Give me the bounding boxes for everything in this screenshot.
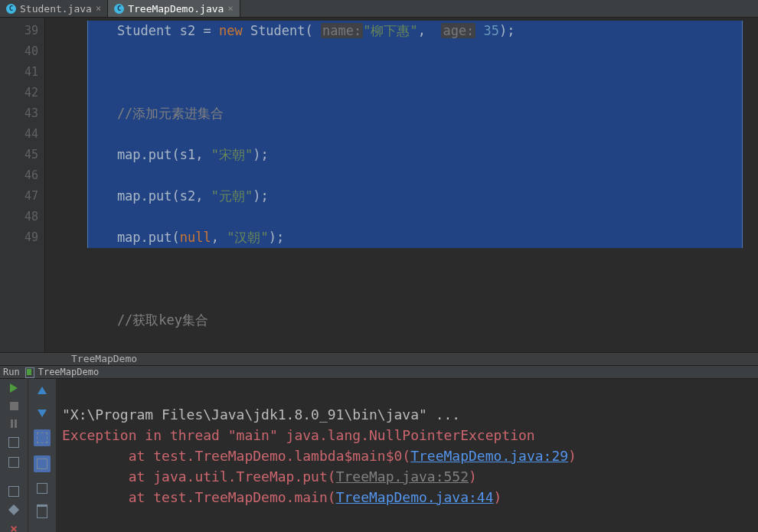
- scroll-to-end-button[interactable]: [34, 455, 51, 472]
- stack-line: at test.TreeMapDemo.lambda$main$0(: [62, 448, 410, 464]
- code-area[interactable]: Student s2 = new Student( name:"柳下惠", ag…: [45, 18, 758, 352]
- line-number[interactable]: 42: [0, 83, 38, 103]
- clear-all-button[interactable]: [35, 504, 49, 518]
- code-text: Student s2 =: [54, 23, 219, 38]
- tab-label: Student.java: [20, 3, 92, 15]
- java-class-icon: C: [114, 4, 124, 14]
- line-number[interactable]: 39: [0, 21, 38, 41]
- stack-line: at test.TreeMapDemo.main(: [62, 489, 336, 505]
- exception-line: Exception in thread "main" java.lang.Nul…: [62, 427, 535, 443]
- editor-tabs: CStudent.java×CTreeMapDemo.java×: [0, 0, 758, 18]
- line-number[interactable]: 45: [0, 145, 38, 165]
- keyword-null: null: [180, 230, 211, 245]
- line-number[interactable]: 49: [0, 227, 38, 248]
- stack-line: at java.util.TreeMap.put(: [62, 468, 336, 485]
- param-hint: age:: [441, 23, 475, 38]
- comment: //获取key集合: [54, 312, 208, 328]
- close-button[interactable]: ×: [7, 523, 21, 532]
- close-tab-icon[interactable]: ×: [96, 4, 101, 13]
- up-stack-button[interactable]: [35, 383, 49, 397]
- down-stack-button[interactable]: [35, 406, 49, 420]
- line-number[interactable]: 40: [0, 41, 38, 62]
- source-link[interactable]: TreeMapDemo.java:44: [336, 489, 494, 505]
- source-link[interactable]: TreeMapDemo.java:29: [410, 448, 568, 464]
- stop-button[interactable]: [7, 402, 21, 410]
- print-button[interactable]: [35, 481, 49, 495]
- line-number[interactable]: 41: [0, 62, 38, 83]
- ide-root: CStudent.java×CTreeMapDemo.java× 3940414…: [0, 0, 758, 532]
- line-number[interactable]: 44: [0, 124, 38, 145]
- line-number[interactable]: 46: [0, 165, 38, 186]
- source-link[interactable]: TreeMap.java:552: [336, 468, 469, 485]
- editor-tab[interactable]: CTreeMapDemo.java×: [108, 0, 240, 17]
- param-hint: name:: [321, 23, 363, 38]
- run-toolbar-right: [28, 379, 56, 532]
- console-cmd: "X:\Program Files\Java\jdk1.8.0_91\bin\j…: [62, 406, 460, 423]
- rerun-button[interactable]: [7, 383, 21, 393]
- java-class-icon: C: [6, 4, 16, 14]
- breadcrumb[interactable]: TreeMapDemo: [0, 352, 758, 366]
- close-tab-icon[interactable]: ×: [227, 4, 233, 13]
- breadcrumb-item[interactable]: TreeMapDemo: [71, 353, 137, 364]
- run-label: Run: [3, 367, 20, 377]
- line-number[interactable]: 47: [0, 186, 38, 207]
- line-number[interactable]: 43: [0, 103, 38, 124]
- console-output[interactable]: "X:\Program Files\Java\jdk1.8.0_91\bin\j…: [56, 379, 758, 532]
- run-toolwindow-header[interactable]: Run TreeMapDemo: [0, 366, 758, 379]
- keyword-new: new: [219, 23, 243, 38]
- soft-wrap-button[interactable]: [34, 429, 51, 446]
- layout-button[interactable]: [7, 486, 21, 497]
- run-config-icon: [24, 367, 34, 377]
- comment: //添加元素进集合: [54, 106, 224, 121]
- pause-button[interactable]: [7, 419, 21, 428]
- run-toolwindow: × ? "X:\Program Files\Java\jdk1.8.0_91\b…: [0, 379, 758, 532]
- editor-tab[interactable]: CStudent.java×: [0, 0, 108, 17]
- run-toolbar-left: × ?: [0, 379, 28, 532]
- dump-threads-button[interactable]: [7, 437, 21, 448]
- line-gutter: 3940414243444546474849: [0, 18, 45, 352]
- tab-label: TreeMapDemo.java: [128, 3, 224, 15]
- line-number[interactable]: 48: [0, 207, 38, 227]
- code-editor[interactable]: 3940414243444546474849 Student s2 = new …: [0, 18, 758, 352]
- pin-button[interactable]: [7, 506, 21, 514]
- exit-button[interactable]: [7, 457, 21, 468]
- run-config-name: TreeMapDemo: [38, 367, 99, 377]
